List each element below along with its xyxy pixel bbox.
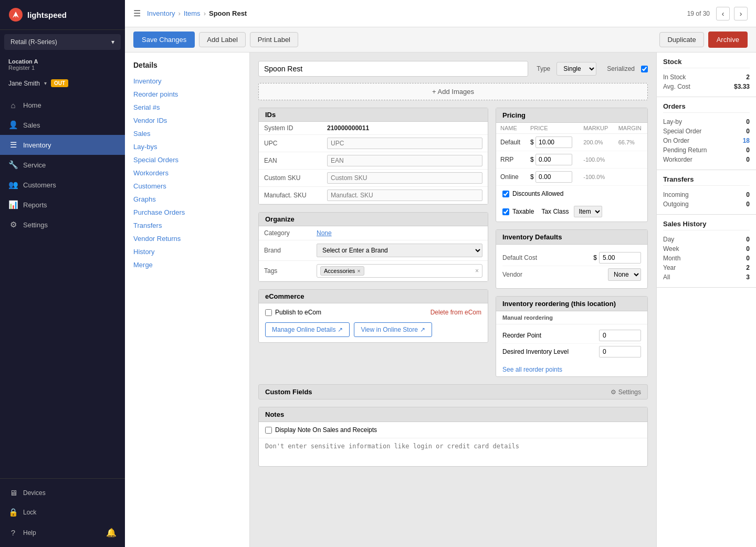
notification-badge: 🔔: [106, 528, 117, 538]
reorder-body: Reorder Point Desired Inventory Level: [496, 324, 647, 363]
store-name: Retail (R-Series): [10, 38, 57, 46]
sidebar-item-settings[interactable]: ⚙ Settings: [0, 215, 125, 235]
sidebar-item-home[interactable]: ⌂ Home: [0, 96, 125, 115]
vendor-select[interactable]: None: [608, 268, 641, 281]
location-name: Location A: [8, 58, 117, 65]
bc-inventory[interactable]: Inventory: [147, 9, 175, 17]
user-name[interactable]: Jane Smith: [8, 80, 40, 87]
left-nav-special-orders[interactable]: Special Orders: [125, 153, 249, 166]
online-price-input[interactable]: [536, 171, 572, 183]
tags-container[interactable]: Accessories × ×: [317, 264, 482, 278]
desired-level-input[interactable]: [599, 346, 641, 357]
taxable-checkbox[interactable]: [502, 208, 509, 215]
left-nav-transfers[interactable]: Transfers: [125, 219, 249, 232]
view-in-online-store-button[interactable]: View in Online Store ↗: [354, 322, 432, 337]
left-nav-reorder-points[interactable]: Reorder points: [125, 88, 249, 101]
upc-cell: [322, 135, 488, 152]
discounts-allowed-checkbox[interactable]: [502, 191, 509, 197]
pending-return-row: Pending Return 0: [663, 145, 750, 155]
ecommerce-body: Publish to eCom Delete from eCom Manage …: [259, 303, 488, 342]
currency: $: [530, 156, 534, 163]
item-name-input[interactable]: Spoon Rest: [258, 61, 528, 77]
prev-page-button[interactable]: ‹: [716, 7, 730, 20]
week-row: Week 0: [663, 244, 750, 254]
left-nav-workorders[interactable]: Workorders: [125, 166, 249, 180]
bc-sep-1: ›: [178, 9, 180, 17]
manage-online-details-button[interactable]: Manage Online Details ↗: [265, 322, 350, 337]
add-label-button[interactable]: Add Label: [199, 32, 246, 47]
sidebar-item-customers[interactable]: 👥 Customers: [0, 175, 125, 195]
bc-items[interactable]: Items: [184, 9, 201, 17]
next-page-button[interactable]: ›: [734, 7, 748, 20]
left-panel-title: Details: [125, 61, 249, 75]
all-row: All 3: [663, 272, 750, 282]
left-nav-purchase-orders[interactable]: Purchase Orders: [125, 206, 249, 219]
pricing-panel: Pricing NAME PRICE MARKUP MARGIN: [496, 108, 648, 222]
publish-checkbox[interactable]: [265, 309, 272, 316]
store-selector[interactable]: Retail (R-Series) ▾: [4, 34, 121, 50]
see-all-reorder-link[interactable]: See all reorder points: [496, 363, 647, 376]
default-price-input[interactable]: [536, 136, 572, 148]
tax-class-select[interactable]: Item: [574, 206, 602, 217]
left-nav-inventory[interactable]: Inventory: [125, 75, 249, 88]
left-nav-lay-bys[interactable]: Lay-bys: [125, 140, 249, 153]
reorder-point-input[interactable]: [599, 330, 641, 341]
pricing-table: NAME PRICE MARKUP MARGIN Default: [496, 123, 647, 186]
sidebar-item-service[interactable]: 🔧 Service: [0, 155, 125, 175]
left-nav-customers[interactable]: Customers: [125, 180, 249, 193]
left-nav-history[interactable]: History: [125, 245, 249, 258]
tag-label: Accessories: [324, 268, 355, 274]
display-note-checkbox[interactable]: [265, 427, 272, 434]
display-note-label: Display Note On Sales and Receipts: [275, 426, 377, 434]
archive-button[interactable]: Archive: [708, 31, 748, 48]
reports-icon: 📊: [8, 200, 18, 209]
transfers-title: Transfers: [663, 175, 750, 186]
type-select[interactable]: Single Matrix Bundle: [556, 62, 596, 76]
print-label-button[interactable]: Print Label: [250, 32, 298, 47]
left-nav-vendor-returns[interactable]: Vendor Returns: [125, 232, 249, 245]
delete-from-ecom-link[interactable]: Delete from eCom: [430, 309, 481, 316]
ean-input[interactable]: [327, 155, 482, 166]
price-row-rrp-margin: [614, 151, 647, 169]
add-images-button[interactable]: + Add Images: [258, 83, 648, 100]
left-nav-merge[interactable]: Merge: [125, 258, 249, 271]
special-order-value: 0: [746, 128, 750, 135]
sidebar-item-inventory[interactable]: ☰ Inventory: [0, 135, 125, 155]
duplicate-button[interactable]: Duplicate: [659, 32, 704, 47]
sidebar-item-help[interactable]: ? Help 🔔: [0, 522, 125, 543]
upc-input[interactable]: [327, 138, 482, 149]
custom-sku-input[interactable]: [327, 172, 482, 184]
save-changes-button[interactable]: Save Changes: [133, 31, 195, 48]
item-name-row: Spoon Rest Type Single Matrix Bundle Ser…: [258, 61, 648, 77]
table-row: Custom SKU: [259, 170, 488, 187]
lock-icon: 🔒: [8, 508, 18, 517]
notes-textarea[interactable]: [259, 438, 647, 465]
sidebar-item-lock[interactable]: 🔒 Lock: [0, 502, 125, 522]
table-row: System ID 210000000011: [259, 122, 488, 135]
tags-clear-icon[interactable]: ×: [475, 267, 479, 275]
left-nav-serial-numbers[interactable]: Serial #s: [125, 101, 249, 114]
sidebar-item-reports[interactable]: 📊 Reports: [0, 195, 125, 215]
left-nav-graphs[interactable]: Graphs: [125, 193, 249, 206]
tag-remove-icon[interactable]: ×: [357, 268, 360, 274]
sidebar-item-devices[interactable]: 🖥 Devices: [0, 483, 125, 502]
left-nav-vendor-ids[interactable]: Vendor IDs: [125, 114, 249, 127]
ecommerce-card: eCommerce Publish to eCom Delete from eC…: [258, 289, 488, 343]
chevron-down-icon: ▾: [44, 80, 47, 86]
brand-select[interactable]: Select or Enter a Brand: [317, 244, 482, 257]
default-cost-input[interactable]: [599, 252, 641, 264]
year-label: Year: [663, 264, 676, 271]
serialized-checkbox[interactable]: [641, 66, 648, 72]
left-nav-sales[interactable]: Sales: [125, 127, 249, 140]
manufact-sku-input[interactable]: [327, 190, 482, 201]
all-label: All: [663, 274, 670, 281]
custom-fields-title: Custom Fields: [265, 388, 312, 396]
custom-fields-settings-link[interactable]: ⚙ Settings: [611, 388, 641, 396]
sidebar-item-label: Customers: [23, 181, 56, 189]
category-link[interactable]: None: [317, 229, 332, 237]
logo: lightspeed: [0, 0, 125, 30]
sidebar-item-sales[interactable]: 👤 Sales: [0, 115, 125, 135]
price-row-default-markup: 200.0%: [579, 134, 614, 151]
tags-input[interactable]: [366, 267, 445, 275]
rrp-price-input[interactable]: [536, 154, 572, 165]
